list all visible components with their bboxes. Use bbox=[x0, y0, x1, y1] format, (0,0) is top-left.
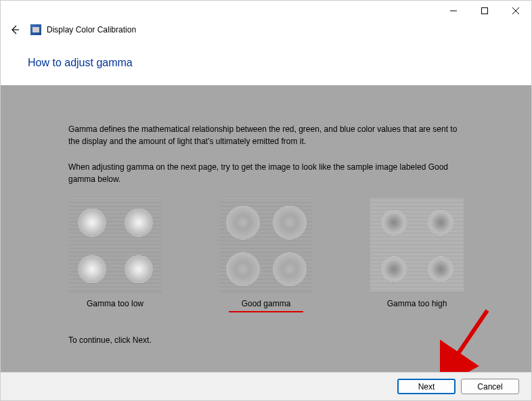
app-icon bbox=[30, 24, 41, 35]
sample-gamma-good: Good gamma bbox=[219, 199, 313, 308]
gamma-high-label: Gamma too high bbox=[387, 299, 447, 308]
app-title: Display Color Calibration bbox=[47, 25, 136, 34]
gamma-samples-row: Gamma too low Good gamma Gamma too high bbox=[68, 199, 464, 308]
close-button[interactable] bbox=[500, 1, 531, 21]
content-area: Gamma defines the mathematical relations… bbox=[1, 85, 531, 376]
page-title: How to adjust gamma bbox=[28, 57, 531, 69]
annotation-underline bbox=[229, 311, 303, 312]
description-paragraph-1: Gamma defines the mathematical relations… bbox=[68, 123, 464, 147]
sample-gamma-low: Gamma too low bbox=[68, 199, 162, 308]
titlebar bbox=[1, 1, 531, 21]
gamma-good-label: Good gamma bbox=[242, 299, 291, 308]
continue-instruction: To continue, click Next. bbox=[68, 335, 464, 345]
gamma-low-image bbox=[68, 199, 162, 292]
header-bar: Display Color Calibration bbox=[1, 21, 531, 38]
back-button[interactable] bbox=[9, 24, 21, 36]
maximize-button[interactable] bbox=[469, 1, 500, 21]
page-title-area: How to adjust gamma bbox=[1, 38, 531, 85]
next-button[interactable]: Next bbox=[397, 379, 456, 394]
footer-bar: Next Cancel bbox=[1, 372, 531, 400]
gamma-low-label: Gamma too low bbox=[87, 299, 143, 308]
svg-rect-1 bbox=[482, 8, 488, 14]
gamma-good-image bbox=[219, 199, 313, 292]
sample-gamma-high: Gamma too high bbox=[370, 199, 464, 308]
cancel-button[interactable]: Cancel bbox=[461, 379, 519, 394]
gamma-high-image bbox=[370, 199, 464, 292]
minimize-button[interactable] bbox=[438, 1, 469, 21]
description-paragraph-2: When adjusting gamma on the next page, t… bbox=[68, 161, 464, 185]
